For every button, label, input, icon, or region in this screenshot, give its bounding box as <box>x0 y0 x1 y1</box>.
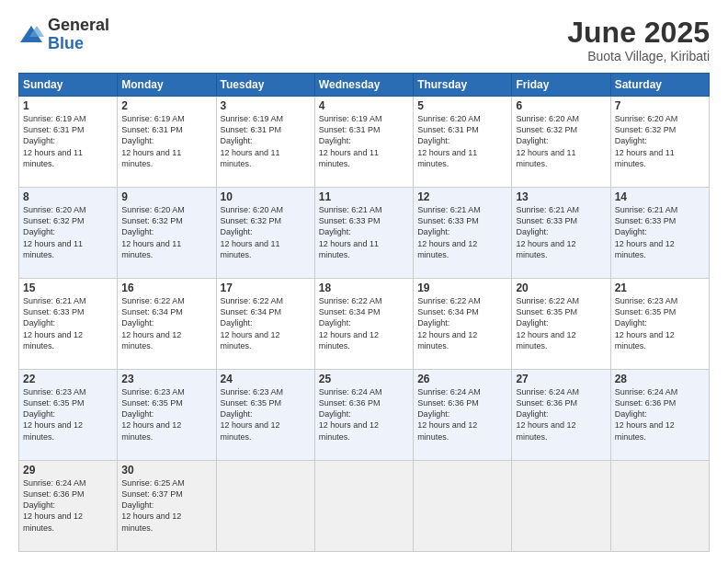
calendar-week-row: 8 Sunrise: 6:20 AM Sunset: 6:32 PM Dayli… <box>19 188 710 279</box>
day-number: 6 <box>516 99 606 112</box>
table-cell: 25 Sunrise: 6:24 AM Sunset: 6:36 PM Dayl… <box>314 370 413 461</box>
day-info: Sunrise: 6:22 AM Sunset: 6:34 PM Dayligh… <box>221 295 311 351</box>
logo-general: General <box>48 17 109 35</box>
col-thursday: Thursday <box>414 74 512 97</box>
day-number: 15 <box>23 282 113 294</box>
table-cell: 14 Sunrise: 6:21 AM Sunset: 6:33 PM Dayl… <box>610 188 709 279</box>
table-cell: 23 Sunrise: 6:23 AM Sunset: 6:35 PM Dayl… <box>118 370 216 461</box>
table-cell: 22 Sunrise: 6:23 AM Sunset: 6:35 PM Dayl… <box>19 370 118 461</box>
col-tuesday: Tuesday <box>216 74 314 97</box>
table-cell: 5 Sunrise: 6:20 AM Sunset: 6:31 PM Dayli… <box>414 97 512 188</box>
day-number: 1 <box>23 99 113 112</box>
day-number: 20 <box>516 282 606 294</box>
day-number: 27 <box>516 373 606 385</box>
col-wednesday: Wednesday <box>314 74 413 97</box>
calendar-week-row: 22 Sunrise: 6:23 AM Sunset: 6:35 PM Dayl… <box>19 370 710 461</box>
day-info: Sunrise: 6:23 AM Sunset: 6:35 PM Dayligh… <box>121 386 211 442</box>
table-cell: 10 Sunrise: 6:20 AM Sunset: 6:32 PM Dayl… <box>216 188 314 279</box>
day-info: Sunrise: 6:24 AM Sunset: 6:36 PM Dayligh… <box>516 386 606 442</box>
day-number: 26 <box>417 373 507 385</box>
day-info: Sunrise: 6:19 AM Sunset: 6:31 PM Dayligh… <box>23 113 113 169</box>
table-cell: 21 Sunrise: 6:23 AM Sunset: 6:35 PM Dayl… <box>610 279 709 370</box>
table-cell: 26 Sunrise: 6:24 AM Sunset: 6:36 PM Dayl… <box>414 370 512 461</box>
table-cell: 27 Sunrise: 6:24 AM Sunset: 6:36 PM Dayl… <box>512 370 610 461</box>
calendar-week-row: 1 Sunrise: 6:19 AM Sunset: 6:31 PM Dayli… <box>19 97 710 188</box>
day-number: 9 <box>121 190 211 203</box>
table-cell: 4 Sunrise: 6:19 AM Sunset: 6:31 PM Dayli… <box>314 97 413 188</box>
day-number: 21 <box>615 282 705 294</box>
day-info: Sunrise: 6:23 AM Sunset: 6:35 PM Dayligh… <box>615 295 705 351</box>
table-cell: 8 Sunrise: 6:20 AM Sunset: 6:32 PM Dayli… <box>19 188 118 279</box>
day-info: Sunrise: 6:23 AM Sunset: 6:35 PM Dayligh… <box>23 386 113 442</box>
day-info: Sunrise: 6:21 AM Sunset: 6:33 PM Dayligh… <box>319 204 409 260</box>
logo-blue: Blue <box>48 35 109 53</box>
header: General Blue June 2025 Buota Village, Ki… <box>18 17 710 63</box>
day-number: 3 <box>221 99 311 112</box>
day-number: 19 <box>417 282 507 294</box>
title-block: June 2025 Buota Village, Kiribati <box>567 17 710 63</box>
day-number: 22 <box>23 373 113 385</box>
day-number: 16 <box>121 282 211 294</box>
col-saturday: Saturday <box>610 74 709 97</box>
day-info: Sunrise: 6:24 AM Sunset: 6:36 PM Dayligh… <box>23 477 113 534</box>
table-cell: 2 Sunrise: 6:19 AM Sunset: 6:31 PM Dayli… <box>118 97 216 188</box>
table-cell <box>414 461 512 552</box>
day-info: Sunrise: 6:22 AM Sunset: 6:34 PM Dayligh… <box>319 295 409 351</box>
day-number: 24 <box>221 373 311 385</box>
table-cell: 12 Sunrise: 6:21 AM Sunset: 6:33 PM Dayl… <box>414 188 512 279</box>
day-info: Sunrise: 6:24 AM Sunset: 6:36 PM Dayligh… <box>319 386 409 442</box>
table-cell <box>216 461 314 552</box>
month-title: June 2025 <box>567 17 710 49</box>
day-number: 2 <box>121 99 211 112</box>
calendar-header-row: Sunday Monday Tuesday Wednesday Thursday… <box>19 74 710 97</box>
day-info: Sunrise: 6:23 AM Sunset: 6:35 PM Dayligh… <box>221 386 311 442</box>
day-number: 7 <box>615 99 705 112</box>
day-info: Sunrise: 6:25 AM Sunset: 6:37 PM Dayligh… <box>121 477 211 534</box>
day-info: Sunrise: 6:19 AM Sunset: 6:31 PM Dayligh… <box>121 113 211 169</box>
calendar-table: Sunday Monday Tuesday Wednesday Thursday… <box>18 73 710 552</box>
table-cell: 1 Sunrise: 6:19 AM Sunset: 6:31 PM Dayli… <box>19 97 118 188</box>
table-cell: 20 Sunrise: 6:22 AM Sunset: 6:35 PM Dayl… <box>512 279 610 370</box>
day-number: 14 <box>615 190 705 203</box>
col-friday: Friday <box>512 74 610 97</box>
day-info: Sunrise: 6:20 AM Sunset: 6:31 PM Dayligh… <box>417 113 507 169</box>
table-cell <box>314 461 413 552</box>
day-number: 17 <box>221 282 311 294</box>
day-info: Sunrise: 6:20 AM Sunset: 6:32 PM Dayligh… <box>121 204 211 260</box>
table-cell: 15 Sunrise: 6:21 AM Sunset: 6:33 PM Dayl… <box>19 279 118 370</box>
day-number: 10 <box>221 190 311 203</box>
table-cell: 19 Sunrise: 6:22 AM Sunset: 6:34 PM Dayl… <box>414 279 512 370</box>
day-number: 30 <box>121 464 211 477</box>
logo-icon <box>18 22 44 48</box>
table-cell: 6 Sunrise: 6:20 AM Sunset: 6:32 PM Dayli… <box>512 97 610 188</box>
day-number: 23 <box>121 373 211 385</box>
table-cell: 11 Sunrise: 6:21 AM Sunset: 6:33 PM Dayl… <box>314 188 413 279</box>
day-number: 13 <box>516 190 606 203</box>
day-number: 25 <box>319 373 409 385</box>
day-number: 11 <box>319 190 409 203</box>
day-info: Sunrise: 6:22 AM Sunset: 6:34 PM Dayligh… <box>121 295 211 351</box>
day-info: Sunrise: 6:20 AM Sunset: 6:32 PM Dayligh… <box>23 204 113 260</box>
table-cell: 29 Sunrise: 6:24 AM Sunset: 6:36 PM Dayl… <box>19 461 118 552</box>
day-info: Sunrise: 6:21 AM Sunset: 6:33 PM Dayligh… <box>23 295 113 351</box>
day-info: Sunrise: 6:20 AM Sunset: 6:32 PM Dayligh… <box>615 113 705 169</box>
table-cell <box>512 461 610 552</box>
day-number: 5 <box>417 99 507 112</box>
logo-text: General Blue <box>48 17 109 53</box>
day-info: Sunrise: 6:21 AM Sunset: 6:33 PM Dayligh… <box>516 204 606 260</box>
table-cell: 3 Sunrise: 6:19 AM Sunset: 6:31 PM Dayli… <box>216 97 314 188</box>
day-info: Sunrise: 6:22 AM Sunset: 6:35 PM Dayligh… <box>516 295 606 351</box>
day-number: 18 <box>319 282 409 294</box>
col-monday: Monday <box>118 74 216 97</box>
calendar-week-row: 29 Sunrise: 6:24 AM Sunset: 6:36 PM Dayl… <box>19 461 710 552</box>
day-number: 8 <box>23 190 113 203</box>
table-cell: 30 Sunrise: 6:25 AM Sunset: 6:37 PM Dayl… <box>118 461 216 552</box>
day-info: Sunrise: 6:21 AM Sunset: 6:33 PM Dayligh… <box>417 204 507 260</box>
day-info: Sunrise: 6:22 AM Sunset: 6:34 PM Dayligh… <box>417 295 507 351</box>
table-cell: 13 Sunrise: 6:21 AM Sunset: 6:33 PM Dayl… <box>512 188 610 279</box>
page: General Blue June 2025 Buota Village, Ki… <box>0 0 728 563</box>
table-cell: 17 Sunrise: 6:22 AM Sunset: 6:34 PM Dayl… <box>216 279 314 370</box>
table-cell: 18 Sunrise: 6:22 AM Sunset: 6:34 PM Dayl… <box>314 279 413 370</box>
table-cell: 24 Sunrise: 6:23 AM Sunset: 6:35 PM Dayl… <box>216 370 314 461</box>
day-number: 12 <box>417 190 507 203</box>
